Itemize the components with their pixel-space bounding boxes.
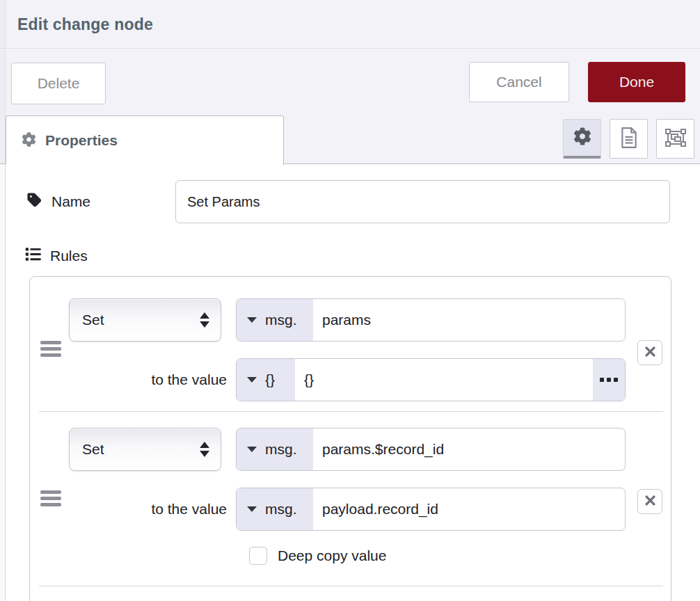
rule-1-value-type: {} — [265, 371, 275, 388]
ellipsis-icon — [600, 378, 618, 382]
deep-copy-checkbox[interactable] — [249, 547, 267, 565]
rule-1-action-value: Set — [82, 312, 104, 328]
dialog-title: Edit change node — [17, 15, 153, 33]
rule-1-value-input: {} {} — [236, 358, 626, 401]
delete-button[interactable]: Delete — [11, 63, 106, 104]
rule-1-to-label: to the value — [58, 370, 227, 390]
dialog-header: Edit change node — [0, 0, 700, 49]
tab-properties[interactable]: Properties — [6, 115, 284, 165]
deep-copy-label: Deep copy value — [278, 547, 386, 564]
name-field-label: Name — [26, 180, 90, 223]
rule-2-property-type-button[interactable]: msg. — [237, 428, 313, 470]
gear-icon — [573, 127, 591, 148]
rule-divider — [39, 411, 663, 412]
name-input[interactable] — [175, 180, 670, 223]
rule-1-action-select[interactable]: Set — [69, 298, 221, 342]
up-down-arrows-icon — [200, 442, 209, 457]
done-button[interactable]: Done — [588, 62, 685, 102]
rule-1-value[interactable]: {} — [295, 359, 593, 401]
document-icon — [620, 127, 638, 151]
rule-2-property-type: msg. — [265, 441, 297, 458]
caret-down-icon — [247, 447, 257, 452]
rule-1-property-value[interactable]: params — [313, 299, 625, 341]
up-down-arrows-icon — [200, 312, 209, 328]
rule-1-value-type-button[interactable]: {} — [237, 359, 295, 401]
rule-2-value-type-button[interactable]: msg. — [237, 488, 313, 530]
rule-2-value-type: msg. — [265, 501, 297, 518]
edit-change-node-dialog: Edit change node Delete Cancel Done Prop… — [0, 0, 700, 601]
name-label-text: Name — [51, 193, 90, 210]
rule-1-expand-editor-button[interactable] — [593, 359, 625, 401]
tag-icon — [26, 192, 42, 211]
rule-2-delete-button[interactable] — [637, 489, 662, 514]
list-icon — [25, 246, 41, 266]
x-icon — [645, 346, 655, 360]
properties-tab-button[interactable] — [563, 119, 601, 159]
rules-label-text: Rules — [50, 248, 88, 264]
cancel-button[interactable]: Cancel — [469, 62, 569, 102]
rule-1-property-type-button[interactable]: msg. — [237, 299, 313, 341]
dialog-toolbar: Delete Cancel Done — [0, 49, 700, 115]
x-icon — [645, 495, 655, 508]
rule-2-action-select[interactable]: Set — [69, 428, 221, 471]
deep-copy-row: Deep copy value — [249, 547, 386, 565]
rule-2-property-input: msg. params.$record_id — [236, 428, 626, 471]
caret-down-icon — [247, 377, 257, 383]
object-group-icon — [665, 129, 686, 150]
caret-down-icon — [247, 506, 257, 512]
rule-1-delete-button[interactable] — [637, 340, 662, 365]
rule-2-to-label: to the value — [58, 499, 227, 519]
tab-properties-label: Properties — [45, 132, 118, 149]
rules-section-label: Rules — [25, 241, 88, 271]
rule-2-property-value[interactable]: params.$record_id — [313, 428, 625, 470]
gear-icon — [22, 132, 36, 150]
description-tab-button[interactable] — [610, 119, 648, 159]
rule-2-value-input: msg. payload.record_id — [236, 488, 626, 531]
appearance-tab-button[interactable] — [656, 119, 694, 159]
rule-1-property-input: msg. params — [236, 298, 626, 342]
caret-down-icon — [247, 317, 257, 323]
rule-divider — [39, 586, 663, 586]
rules-list: Set msg. params to the value {} {} — [29, 276, 671, 601]
rule-2-action-value: Set — [82, 441, 104, 458]
rule-1-drag-handle[interactable] — [40, 341, 61, 360]
rule-2-value[interactable]: payload.record_id — [313, 488, 625, 530]
rule-1-property-type: msg. — [265, 312, 297, 328]
